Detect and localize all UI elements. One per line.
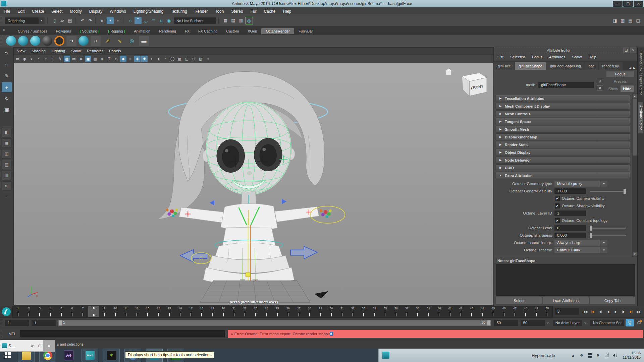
frame-11[interactable]: 11 xyxy=(121,306,131,317)
octane-arrow-up-icon[interactable]: ⇗ xyxy=(103,36,113,46)
frame-41[interactable]: 41 xyxy=(445,306,455,317)
frame-27[interactable]: 27 xyxy=(293,306,304,317)
frame-5[interactable]: 5 xyxy=(56,306,67,317)
frame-46[interactable]: 46 xyxy=(498,306,509,317)
scroll-thumb[interactable] xyxy=(633,99,637,156)
character-skirt[interactable] xyxy=(203,243,294,287)
ae-tab-renderlay[interactable]: renderLay xyxy=(599,62,623,70)
menu-cache[interactable]: Cache xyxy=(260,8,279,15)
ae-menu-show[interactable]: Show xyxy=(569,53,585,61)
layout-single-pane-icon[interactable]: ◧ xyxy=(2,128,12,137)
menu-fur[interactable]: Fur xyxy=(247,8,260,15)
frame-15[interactable]: 15 xyxy=(164,306,175,317)
wireframe-on-shaded-icon[interactable]: ◐ xyxy=(127,56,133,62)
ae-restore-icon[interactable]: ❑ xyxy=(623,48,629,53)
minimized-script-window[interactable]: S... ▱ ▢ ✕ xyxy=(0,340,55,352)
rotate-tool-icon[interactable]: ↻ xyxy=(2,94,12,104)
menu-texturing[interactable]: Texturing xyxy=(167,8,191,15)
shelf-tab-xgen[interactable]: XGen xyxy=(243,28,261,34)
shadows-icon[interactable]: ◖ xyxy=(148,56,155,62)
tab-channel-box[interactable]: Channel Box / Layer Editor xyxy=(638,47,643,99)
frame-50[interactable]: 50 xyxy=(542,306,552,317)
ipr-render-icon[interactable]: ▥ xyxy=(237,17,245,24)
shelf-tab-sculpting[interactable]: [ Sculpting ] xyxy=(75,28,104,34)
frame-10[interactable]: 10 xyxy=(110,306,121,317)
octane-camera-icon[interactable]: ▬ xyxy=(139,36,149,46)
auto-keyframe-toggle[interactable] xyxy=(626,319,634,326)
xray-joints-icon[interactable]: ▧ xyxy=(198,56,204,62)
frame-13[interactable]: 13 xyxy=(142,306,153,317)
anim-layer-selector[interactable]: No Anim Layer xyxy=(553,320,582,326)
toggle-tool-settings-icon[interactable]: ▥ xyxy=(619,17,626,24)
tray-network-icon[interactable] xyxy=(604,353,609,358)
shelf-grip[interactable] xyxy=(1,37,4,45)
frame-48[interactable]: 48 xyxy=(520,306,531,317)
octane-material-ball-icon[interactable] xyxy=(6,36,16,46)
section-object-display[interactable]: ▶Object Display xyxy=(496,149,630,156)
frame-33[interactable]: 33 xyxy=(358,306,369,317)
menu-set-arrow-icon[interactable]: ▼ xyxy=(39,17,45,24)
view-cube[interactable]: FRONT xyxy=(445,68,487,96)
frame-30[interactable]: 30 xyxy=(326,306,336,317)
dropdown-octane-scheme[interactable]: Catmull Clark xyxy=(554,247,600,253)
frame-12[interactable]: 12 xyxy=(131,306,142,317)
ae-menu-help[interactable]: Help xyxy=(585,53,600,61)
tray-volume-icon[interactable] xyxy=(612,353,618,358)
frame-3[interactable]: 3 xyxy=(34,306,45,317)
ae-tab-bac[interactable]: bac xyxy=(585,62,598,70)
section-smooth-mesh[interactable]: ▶Smooth Mesh xyxy=(496,126,630,133)
go-to-start-button[interactable]: |◀◀ xyxy=(581,308,589,316)
attribute-editor-titlebar[interactable]: Attribute Editor ❑ ✕ xyxy=(494,47,637,53)
command-line-mode[interactable]: MEL xyxy=(5,332,20,336)
ae-tab-girlfaceshape[interactable]: girlFaceShape xyxy=(515,62,546,70)
field-octane-sharpness[interactable]: 0.000 xyxy=(554,233,586,238)
frame-23[interactable]: 23 xyxy=(250,306,261,317)
translate-arrow-right[interactable] xyxy=(290,246,317,259)
layout-uv-editor-icon[interactable]: ⊞ xyxy=(2,181,12,191)
select-object-icon[interactable]: ▪ xyxy=(107,17,114,24)
frame-26[interactable]: 26 xyxy=(283,306,293,317)
dropdown-arrow-icon[interactable]: ▼ xyxy=(600,181,607,187)
ae-scrollbar[interactable]: ▲ ▼ xyxy=(632,94,637,257)
go-to-end-button[interactable]: ▶▶| xyxy=(635,308,643,316)
step-forward-key-button[interactable]: ▶| xyxy=(627,308,635,316)
multisample-icon[interactable]: ◯ xyxy=(169,56,176,62)
menu-file[interactable]: File xyxy=(0,8,14,15)
octane-light-bulb-icon[interactable]: ○ xyxy=(91,36,101,46)
tray-windows-icon[interactable] xyxy=(587,353,593,358)
presets-button[interactable]: Presets xyxy=(606,78,634,84)
taskbar-fusion-icon[interactable]: ✶ xyxy=(103,349,120,362)
manipulator-handle-box[interactable] xyxy=(246,273,251,277)
step-back-frame-button[interactable]: ◀| xyxy=(596,308,604,316)
image-plane-icon[interactable]: ▫ xyxy=(43,56,49,62)
show-button[interactable]: Show xyxy=(606,85,620,92)
slider-octane-sharpness[interactable] xyxy=(590,235,626,236)
redo-icon[interactable]: ↷ xyxy=(87,17,94,24)
character-set-selector[interactable]: No Character Set xyxy=(590,320,624,326)
section-mesh-controls[interactable]: ▶Mesh Controls xyxy=(496,110,630,117)
play-backwards-button[interactable]: ◀ xyxy=(604,308,612,316)
dropdown-arrow-icon[interactable]: ▼ xyxy=(600,247,607,253)
frame-47[interactable]: 47 xyxy=(509,306,520,317)
hypershade-window-icon[interactable] xyxy=(382,352,389,359)
frame-37[interactable]: 37 xyxy=(401,306,412,317)
scroll-down-icon[interactable]: ▼ xyxy=(633,252,637,256)
paint-select-tool-icon[interactable]: ✎ xyxy=(2,71,12,81)
notes-field[interactable] xyxy=(496,264,635,296)
scroll-up-icon[interactable]: ▲ xyxy=(633,94,637,98)
frame-14[interactable]: 14 xyxy=(153,306,164,317)
play-forwards-button[interactable]: ▶ xyxy=(612,308,620,316)
frame-29[interactable]: 29 xyxy=(315,306,326,317)
layout-persp-outliner-icon[interactable]: ◫ xyxy=(2,149,12,159)
snap-to-curve-icon[interactable]: ⌒ xyxy=(135,17,142,24)
minimize-button[interactable]: ─ xyxy=(613,1,623,7)
menu-create[interactable]: Create xyxy=(28,8,48,15)
two-d-pan-zoom-icon[interactable]: + xyxy=(50,56,56,62)
ae-close-icon[interactable]: ✕ xyxy=(630,48,636,53)
divider[interactable] xyxy=(47,17,50,24)
frame-45[interactable]: 45 xyxy=(488,306,498,317)
frame-18[interactable]: 18 xyxy=(196,306,207,317)
field-octane-level[interactable]: 0 xyxy=(554,225,586,231)
grease-pencil-icon[interactable]: ✎ xyxy=(57,56,63,62)
section-uuid[interactable]: ▶UUID xyxy=(496,164,630,171)
